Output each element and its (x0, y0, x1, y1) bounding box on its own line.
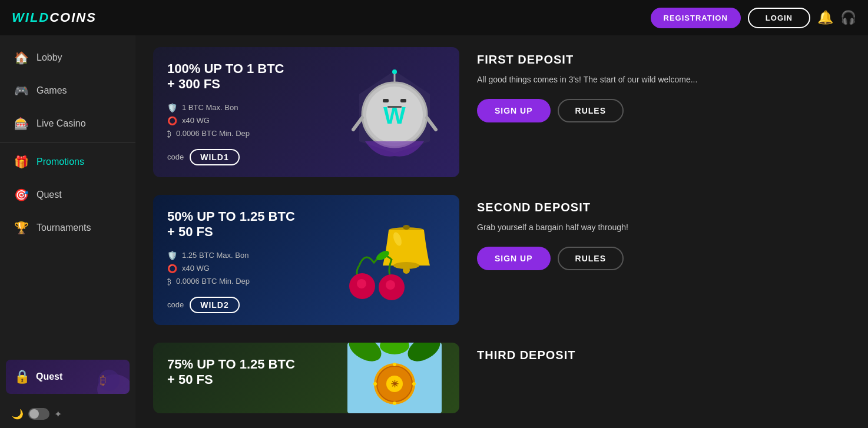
promo-1-code-row: code WILD1 (167, 149, 445, 165)
live-casino-icon: 🎰 (14, 117, 28, 131)
toggle-track[interactable] (28, 408, 49, 420)
main-content: 100% UP TO 1 BTC + 300 FS 🛡️ 1 BTC Max. … (135, 35, 868, 428)
login-button[interactable]: LOGIN (748, 8, 810, 28)
promo-card-1: 100% UP TO 1 BTC + 300 FS 🛡️ 1 BTC Max. … (153, 47, 459, 177)
theme-toggle[interactable]: 🌙 ✦ (12, 408, 62, 420)
bitcoin-icon: ₿ (167, 277, 171, 286)
sidebar-item-lobby[interactable]: 🏠 Lobby (0, 41, 135, 74)
quest-banner[interactable]: 🔒 Quest ₿ (6, 360, 130, 394)
promo-1-title: 100% UP TO 1 BTC + 300 FS (167, 61, 445, 92)
promo-3-info: THIRD DEPOSIT (477, 343, 850, 369)
detail-item: ₿ 0.0006 BTC Min. Dep (167, 129, 445, 138)
promo-2-code-row: code WILD2 (167, 297, 445, 313)
promo-card-2: 50% UP TO 1.25 BTC + 50 FS 🛡️ 1.25 BTC M… (153, 195, 459, 325)
sidebar-label-live-casino: Live Casino (37, 118, 86, 129)
svg-text:₿: ₿ (100, 374, 106, 387)
promo-3-title: 75% UP TO 1.25 BTC + 50 FS (167, 357, 445, 388)
bitcoin-icon: ₿ (167, 129, 171, 138)
sidebar-item-tournaments[interactable]: 🏆 Tournaments (0, 211, 135, 244)
support-icon[interactable]: 🎧 (840, 10, 856, 25)
promo-1-rules-button[interactable]: RULES (558, 99, 624, 122)
sidebar-bottom: 🌙 ✦ (0, 400, 135, 428)
promo-row-3: 75% UP TO 1.25 BTC + 50 FS (153, 343, 850, 413)
quest-icon: 🎯 (14, 188, 28, 202)
sidebar-item-games[interactable]: 🎮 Games (0, 74, 135, 107)
logo-wild: WILD (12, 10, 49, 25)
shield-icon: 🛡️ (167, 103, 177, 112)
promo-row-1: 100% UP TO 1 BTC + 300 FS 🛡️ 1 BTC Max. … (153, 47, 850, 177)
notification-icon[interactable]: 🔔 (817, 10, 833, 25)
detail-item: ⭕ x40 WG (167, 116, 445, 125)
games-icon: 🎮 (14, 84, 28, 98)
promo-2-rules-button[interactable]: RULES (558, 247, 624, 270)
sidebar-label-games: Games (37, 85, 67, 96)
sidebar-item-live-casino[interactable]: 🎰 Live Casino (0, 107, 135, 140)
promo-2-title: 50% UP TO 1.25 BTC + 50 FS (167, 209, 445, 240)
sidebar: 🏠 Lobby 🎮 Games 🎰 Live Casino 🎁 Promotio… (0, 35, 135, 428)
sidebar-item-quest[interactable]: 🎯 Quest (0, 178, 135, 211)
promo-3-info-title: THIRD DEPOSIT (477, 349, 850, 362)
promo-2-code: WILD2 (190, 297, 240, 313)
sidebar-label-quest: Quest (37, 190, 62, 200)
promo-1-info: FIRST DEPOSIT All good things comes in 3… (477, 47, 850, 122)
home-icon: 🏠 (14, 51, 28, 65)
tournaments-icon: 🏆 (14, 221, 28, 235)
detail-item: ⭕ x40 WG (167, 264, 445, 273)
promo-1-code: WILD1 (190, 149, 240, 165)
promo-1-info-title: FIRST DEPOSIT (477, 53, 850, 67)
promo-2-actions: SIGN UP RULES (477, 247, 850, 270)
wg-icon: ⭕ (167, 116, 177, 125)
promo-1-details: 🛡️ 1 BTC Max. Bon ⭕ x40 WG ₿ 0.0006 BTC … (167, 103, 445, 138)
logo-coins: COINS (49, 10, 97, 25)
sidebar-label-lobby: Lobby (37, 52, 62, 63)
quest-banner-label: Quest (36, 371, 62, 382)
main-layout: 🏠 Lobby 🎮 Games 🎰 Live Casino 🎁 Promotio… (0, 35, 868, 428)
promo-2-signup-button[interactable]: SIGN UP (477, 247, 551, 270)
promotions-icon: 🎁 (14, 155, 28, 169)
header-actions: REGISTRATION LOGIN 🔔 🎧 (651, 8, 856, 28)
sidebar-label-promotions: Promotions (37, 157, 84, 167)
detail-item: 🛡️ 1.25 BTC Max. Bon (167, 251, 445, 260)
promo-1-signup-button[interactable]: SIGN UP (477, 99, 551, 122)
registration-button[interactable]: REGISTRATION (651, 8, 741, 28)
detail-item: ₿ 0.0006 BTC Min. Dep (167, 277, 445, 286)
detail-item: 🛡️ 1 BTC Max. Bon (167, 103, 445, 112)
wg-icon: ⭕ (167, 264, 177, 273)
lock-icon: 🔒 (14, 369, 30, 384)
promo-1-info-desc: All good things comes in 3's! The start … (477, 74, 850, 86)
promo-2-details: 🛡️ 1.25 BTC Max. Bon ⭕ x40 WG ₿ 0.0006 B… (167, 251, 445, 286)
logo: WILDCOINS (12, 10, 97, 25)
sidebar-label-tournaments: Tournaments (37, 223, 91, 233)
promo-card-3: 75% UP TO 1.25 BTC + 50 FS (153, 343, 459, 413)
sidebar-divider (0, 142, 135, 143)
toggle-thumb (29, 409, 39, 419)
promo-2-info-title: SECOND DEPOSIT (477, 201, 850, 214)
promo-row-2: 50% UP TO 1.25 BTC + 50 FS 🛡️ 1.25 BTC M… (153, 195, 850, 325)
shield-icon: 🛡️ (167, 251, 177, 260)
moon-icon: 🌙 (12, 409, 24, 420)
sidebar-item-promotions[interactable]: 🎁 Promotions (0, 145, 135, 178)
promo-1-actions: SIGN UP RULES (477, 99, 850, 122)
promo-2-info: SECOND DEPOSIT Grab yourself a bargain h… (477, 195, 850, 270)
sun-icon: ✦ (54, 409, 62, 420)
header: WILDCOINS REGISTRATION LOGIN 🔔 🎧 (0, 0, 868, 35)
sidebar-nav: 🏠 Lobby 🎮 Games 🎰 Live Casino 🎁 Promotio… (0, 35, 135, 250)
promo-2-info-desc: Grab yourself a bargain half way through… (477, 221, 850, 234)
